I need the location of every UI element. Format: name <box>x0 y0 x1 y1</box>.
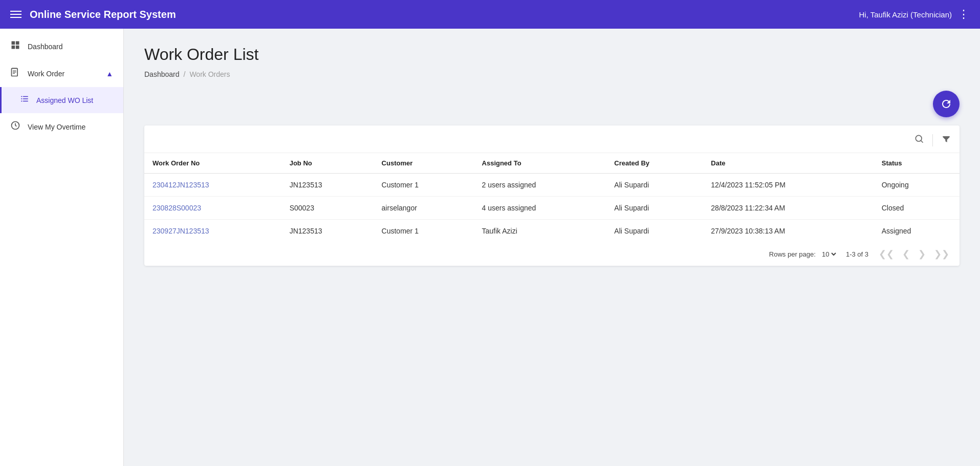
chevron-up-icon: ▲ <box>106 70 113 78</box>
svg-rect-7 <box>13 72 16 72</box>
wo-no-link[interactable]: 230412JN123513 <box>153 181 209 189</box>
created-by-cell: Ali Supardi <box>606 220 703 243</box>
table-toolbar <box>144 134 960 153</box>
clock-icon <box>10 120 20 133</box>
svg-line-19 <box>921 141 923 143</box>
more-options-icon[interactable]: ⋮ <box>958 8 970 21</box>
sidebar-item-work-order[interactable]: Work Order ▲ <box>0 60 123 87</box>
main-layout: Dashboard Work Order ▲ Assigne <box>0 29 980 466</box>
svg-rect-6 <box>13 71 16 71</box>
svg-rect-1 <box>16 41 19 45</box>
table-row: 230927JN123513JN123513Customer 1Taufik A… <box>144 220 960 243</box>
toolbar-divider <box>932 134 933 146</box>
svg-rect-0 <box>12 41 15 45</box>
sidebar-assigned-wo-label: Assigned WO List <box>36 96 113 104</box>
col-job-no: Job No <box>281 153 374 174</box>
rows-per-page-label: Rows per page: <box>769 250 816 258</box>
date-cell: 12/4/2023 11:52:05 PM <box>703 174 873 197</box>
col-date: Date <box>703 153 873 174</box>
prev-page-button[interactable]: ❮ <box>900 248 912 260</box>
breadcrumb-separator: / <box>184 70 186 78</box>
table-row: 230412JN123513JN123513Customer 12 users … <box>144 174 960 197</box>
status-cell: Ongoing <box>874 174 960 197</box>
dashboard-icon <box>10 40 20 53</box>
date-cell: 28/8/2023 11:22:34 AM <box>703 197 873 220</box>
hamburger-menu[interactable] <box>10 11 21 18</box>
sidebar-overtime-label: View My Overtime <box>28 123 113 131</box>
table-card: Work Order No Job No Customer Assigned T… <box>144 125 960 266</box>
col-created-by: Created By <box>606 153 703 174</box>
created-by-cell: Ali Supardi <box>606 174 703 197</box>
last-page-button[interactable]: ❯❯ <box>932 248 951 260</box>
svg-rect-10 <box>23 96 28 97</box>
breadcrumb-home[interactable]: Dashboard <box>144 70 180 78</box>
wo-no-link[interactable]: 230927JN123513 <box>153 227 209 235</box>
sidebar-item-assigned-wo[interactable]: Assigned WO List <box>0 87 123 113</box>
content-area: Work Order List Dashboard / Work Orders <box>124 29 980 466</box>
work-order-icon <box>10 67 20 80</box>
customer-cell: Customer 1 <box>374 220 474 243</box>
sidebar-work-order-label: Work Order <box>28 70 99 78</box>
svg-rect-3 <box>16 46 19 49</box>
table-header-row: Work Order No Job No Customer Assigned T… <box>144 153 960 174</box>
svg-rect-9 <box>21 96 22 97</box>
work-order-table: Work Order No Job No Customer Assigned T… <box>144 153 960 242</box>
svg-rect-13 <box>21 101 22 102</box>
topbar-right: Hi, Taufik Azizi (Technician) ⋮ <box>859 8 970 21</box>
user-greeting: Hi, Taufik Azizi (Technician) <box>859 10 952 19</box>
topbar-left: Online Service Report System <box>10 9 176 20</box>
topbar: Online Service Report System Hi, Taufik … <box>0 0 980 29</box>
refresh-button[interactable] <box>933 91 960 117</box>
table-row: 230828S00023S00023airselangor4 users ass… <box>144 197 960 220</box>
status-cell: Closed <box>874 197 960 220</box>
pagination-info: 1-3 of 3 <box>846 250 868 258</box>
job-no-cell: S00023 <box>281 197 374 220</box>
job-no-cell: JN123513 <box>281 174 374 197</box>
job-no-cell: JN123513 <box>281 220 374 243</box>
customer-cell: Customer 1 <box>374 174 474 197</box>
svg-point-18 <box>916 135 922 141</box>
assigned-to-cell: 4 users assigned <box>474 197 606 220</box>
svg-rect-12 <box>23 98 28 99</box>
col-status: Status <box>874 153 960 174</box>
svg-rect-8 <box>13 73 15 74</box>
next-page-button[interactable]: ❯ <box>916 248 928 260</box>
status-cell: Assigned <box>874 220 960 243</box>
sidebar-item-overtime[interactable]: View My Overtime <box>0 113 123 140</box>
list-icon <box>20 94 29 106</box>
rows-per-page-select[interactable]: 10 25 50 <box>820 250 838 259</box>
svg-rect-11 <box>21 98 22 99</box>
col-wo-no: Work Order No <box>144 153 281 174</box>
svg-rect-2 <box>12 46 15 49</box>
date-cell: 27/9/2023 10:38:13 AM <box>703 220 873 243</box>
filter-icon[interactable] <box>941 134 951 146</box>
page-title: Work Order List <box>144 45 960 64</box>
created-by-cell: Ali Supardi <box>606 197 703 220</box>
assigned-to-cell: Taufik Azizi <box>474 220 606 243</box>
svg-rect-14 <box>23 101 28 102</box>
sidebar-dashboard-label: Dashboard <box>28 43 113 51</box>
wo-no-link[interactable]: 230828S00023 <box>153 204 201 212</box>
customer-cell: airselangor <box>374 197 474 220</box>
sidebar: Dashboard Work Order ▲ Assigne <box>0 29 124 466</box>
pagination: Rows per page: 10 25 50 1-3 of 3 ❮❮ ❮ ❯ … <box>144 242 960 262</box>
app-title: Online Service Report System <box>30 9 176 20</box>
assigned-to-cell: 2 users assigned <box>474 174 606 197</box>
breadcrumb-current: Work Orders <box>189 70 230 78</box>
breadcrumb: Dashboard / Work Orders <box>144 70 960 78</box>
sidebar-item-dashboard[interactable]: Dashboard <box>0 33 123 60</box>
search-icon[interactable] <box>914 134 924 146</box>
svg-line-17 <box>15 125 17 126</box>
refresh-btn-container <box>144 91 960 117</box>
col-customer: Customer <box>374 153 474 174</box>
col-assigned-to: Assigned To <box>474 153 606 174</box>
first-page-button[interactable]: ❮❮ <box>877 248 896 260</box>
